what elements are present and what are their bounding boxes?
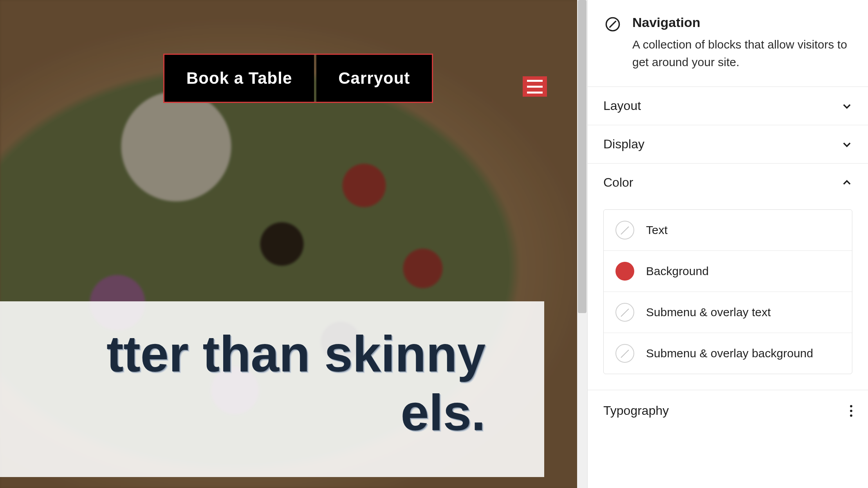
nav-button-book-a-table[interactable]: Book a Table bbox=[164, 55, 314, 102]
svg-line-2 bbox=[610, 24, 613, 27]
preview-scrollbar-track[interactable] bbox=[577, 0, 587, 488]
more-options-icon[interactable] bbox=[850, 405, 852, 417]
panel-layout[interactable]: Layout bbox=[588, 86, 868, 125]
chevron-up-icon bbox=[841, 177, 852, 188]
chevron-down-icon bbox=[841, 101, 852, 112]
preview-scrollbar-thumb[interactable] bbox=[578, 0, 586, 313]
color-option-label: Submenu & overlay background bbox=[646, 347, 813, 360]
color-swatch-unset bbox=[615, 221, 634, 239]
block-header: Navigation A collection of blocks that a… bbox=[588, 15, 868, 86]
hero-headline-text: tter than skinny els. bbox=[0, 325, 529, 442]
color-options-list: Text Background Submenu & overlay text S… bbox=[603, 209, 852, 374]
color-option-submenu-text[interactable]: Submenu & overlay text bbox=[604, 292, 852, 333]
color-option-label: Submenu & overlay text bbox=[646, 306, 771, 319]
editor-preview-canvas: Book a Table Carryout tter than skinny e… bbox=[0, 0, 587, 488]
block-title: Navigation bbox=[632, 15, 852, 30]
panel-color-label: Color bbox=[603, 175, 633, 190]
panel-color[interactable]: Color bbox=[588, 163, 868, 202]
chevron-down-icon bbox=[841, 139, 852, 150]
color-option-background[interactable]: Background bbox=[604, 250, 852, 292]
color-option-label: Text bbox=[646, 223, 668, 237]
block-description: A collection of blocks that allow visito… bbox=[632, 36, 852, 71]
panel-display-label: Display bbox=[603, 137, 644, 151]
color-swatch-unset bbox=[615, 303, 634, 322]
color-option-label: Background bbox=[646, 265, 709, 278]
color-option-submenu-background[interactable]: Submenu & overlay background bbox=[604, 333, 852, 374]
panel-typography[interactable]: Typography bbox=[588, 390, 868, 418]
navigation-block-selected[interactable]: Book a Table Carryout bbox=[164, 55, 432, 102]
svg-line-1 bbox=[613, 21, 616, 24]
panel-layout-label: Layout bbox=[603, 99, 641, 113]
panel-typography-label: Typography bbox=[603, 403, 669, 418]
mobile-menu-toggle-icon[interactable] bbox=[523, 76, 547, 97]
color-option-text[interactable]: Text bbox=[604, 210, 852, 250]
block-settings-sidebar: Navigation A collection of blocks that a… bbox=[587, 0, 868, 488]
color-swatch-unset bbox=[615, 344, 634, 363]
hero-headline-container: tter than skinny els. bbox=[0, 301, 544, 477]
nav-button-carryout[interactable]: Carryout bbox=[316, 55, 432, 102]
color-swatch-set bbox=[615, 262, 634, 281]
panel-display[interactable]: Display bbox=[588, 125, 868, 163]
navigation-block-icon bbox=[605, 16, 621, 32]
